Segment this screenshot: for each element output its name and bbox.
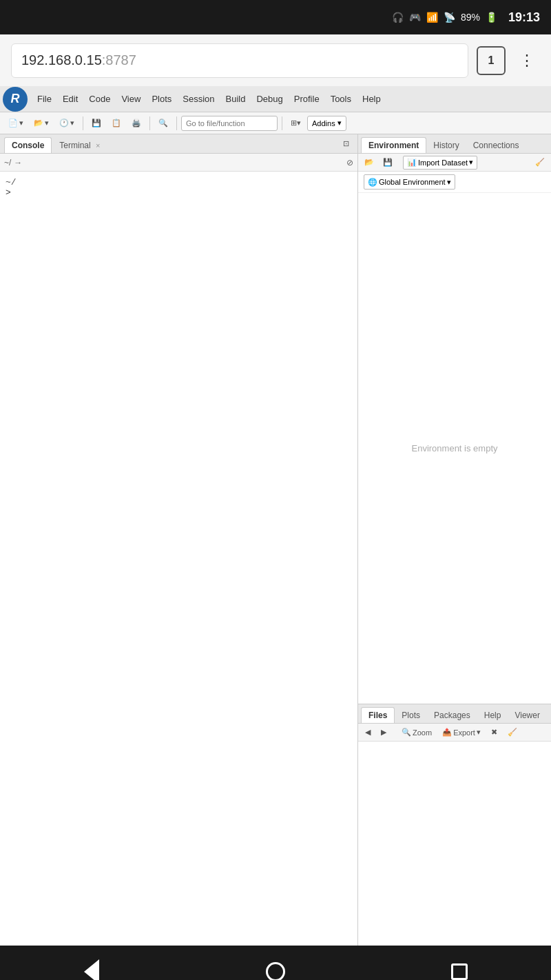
right-panel: Environment History Connections 📂 💾 📊 [358,134,551,946]
next-plot-button[interactable]: ▶ [377,726,391,739]
right-top-panel: Environment History Connections 📂 💾 📊 [358,134,551,704]
env-icon: 🌐 [368,178,377,187]
separator-2 [149,116,150,130]
global-env-button[interactable]: 🌐 Global Environment▾ [364,174,455,190]
open-file-button[interactable]: 📂▾ [30,115,53,132]
tab-history[interactable]: History [426,138,466,153]
addins-label: Addins [312,119,335,127]
menu-tools[interactable]: Tools [325,91,357,107]
battery-percent: 89% [461,12,480,23]
separator-3 [176,116,177,130]
tab-viewer[interactable]: Viewer [508,708,546,723]
new-file-button[interactable]: 📄▾ [4,115,28,132]
terminal-close-icon[interactable]: × [96,141,100,150]
menu-plots[interactable]: Plots [146,91,177,107]
plots-content [358,742,551,946]
r-logo: R [3,87,28,112]
folder-icon: 📂 [34,119,43,127]
signal-icon: 📡 [444,12,455,23]
status-bar: 🎧 🎮 📶 📡 89% 🔋 19:13 [0,0,551,34]
find-button[interactable]: 🔍 [154,115,172,132]
address-input[interactable]: 192.168.0.15:8787 [11,43,468,78]
tab-terminal[interactable]: Terminal × [52,137,107,153]
env-empty-message: Environment is empty [412,443,498,453]
save-button[interactable]: 💾 [87,115,105,132]
console-prompt-line: > [6,187,352,198]
menu-help[interactable]: Help [357,91,386,107]
grid-button[interactable]: ⊞▾ [287,115,305,132]
tab-count-button[interactable]: 1 [477,46,506,75]
main-toolbar: 📄▾ 📂▾ 🕐▾ 💾 📋 🖨️ 🔍 ⊞▾ Addins▾ [0,112,551,134]
zoom-icon: 🔍 [402,728,411,737]
address-ip: 192.168.0.15 [21,52,102,68]
left-panel-tabs: Console Terminal × ⊡ [0,134,357,154]
tab-plots[interactable]: Plots [395,708,427,723]
status-icons: 🎧 🎮 📶 📡 89% 🔋 19:13 [392,10,540,25]
separator-1 [83,116,83,130]
tab-files[interactable]: Files [361,707,395,723]
left-panel: Console Terminal × ⊡ ~/ → ⊘ ~/ [0,134,358,946]
home-button[interactable] [258,955,293,981]
arrow-icon: → [14,158,22,167]
export-icon: 📤 [442,728,452,737]
prev-plot-button[interactable]: ◀ [361,726,375,739]
clear-plots-button[interactable]: 🧹 [503,726,521,739]
console-toolbar: ~/ → ⊘ [0,154,357,172]
clear-env-button[interactable]: 🧹 [532,156,548,170]
more-options-button[interactable]: ⋮ [514,49,540,72]
delete-plot-button[interactable]: ✖ [487,726,501,739]
load-workspace-button[interactable]: 📂 [361,156,377,170]
addins-button[interactable]: Addins▾ [307,116,346,131]
import-dataset-button[interactable]: 📊 Import Dataset▾ [403,156,477,170]
export-label: Export [453,728,475,737]
recents-icon [451,963,468,980]
right-bottom-panel: Files Plots Packages Help Viewer [358,704,551,946]
tab-connections[interactable]: Connections [466,138,526,153]
console-path: ~/ [6,177,352,187]
status-time: 19:13 [508,10,540,25]
separator-4 [282,116,282,130]
menu-debug[interactable]: Debug [251,91,288,107]
nav-bar [0,946,551,980]
import-label: Import Dataset [418,159,468,167]
recents-button[interactable] [442,955,477,981]
panel-expand-button[interactable]: ⊡ [339,135,353,152]
menu-session[interactable]: Session [177,91,220,107]
tab-help[interactable]: Help [477,708,508,723]
tab-packages[interactable]: Packages [427,708,477,723]
address-port: :8787 [102,52,136,68]
tab-console[interactable]: Console [4,137,52,153]
right-top-tabs: Environment History Connections [358,134,551,154]
menu-build[interactable]: Build [220,91,251,107]
recent-files-button[interactable]: 🕐▾ [55,115,79,132]
menu-profile[interactable]: Profile [289,91,325,107]
battery-icon: 🔋 [486,12,497,23]
plots-toolbar: ◀ ▶ 🔍 Zoom 📤 Export▾ ✖ 🧹 [358,724,551,742]
back-button[interactable] [74,955,109,981]
menu-view[interactable]: View [116,91,146,107]
menu-code[interactable]: Code [83,91,116,107]
env-content: Environment is empty [358,193,551,704]
rstudio-main: R File Edit Code View Plots Session Buil… [0,86,551,946]
menu-edit[interactable]: Edit [57,91,83,107]
export-button[interactable]: 📤 Export▾ [438,726,485,739]
menu-file[interactable]: File [32,91,57,107]
tab-environment[interactable]: Environment [361,137,426,153]
right-bottom-tabs: Files Plots Packages Help Viewer [358,704,551,724]
print-button[interactable]: 🖨️ [127,115,145,132]
save-workspace-button[interactable]: 💾 [380,156,396,170]
import-icon: 📊 [407,158,417,167]
save-all-button[interactable]: 📋 [107,115,125,132]
goto-input[interactable] [181,116,278,131]
zoom-button[interactable]: 🔍 Zoom [397,726,436,739]
console-content[interactable]: ~/ > [0,172,357,946]
global-env-label: Global Environment [379,178,446,186]
new-file-icon: 📄 [8,119,18,127]
menu-bar: R File Edit Code View Plots Session Buil… [0,86,551,112]
clear-console-icon[interactable]: ⊘ [346,158,353,167]
address-bar: 192.168.0.15:8787 1 ⋮ [0,34,551,86]
home-icon [266,962,285,981]
back-icon [84,959,99,981]
wifi-icon: 📶 [426,12,438,23]
game-icon: 🎮 [409,12,421,23]
